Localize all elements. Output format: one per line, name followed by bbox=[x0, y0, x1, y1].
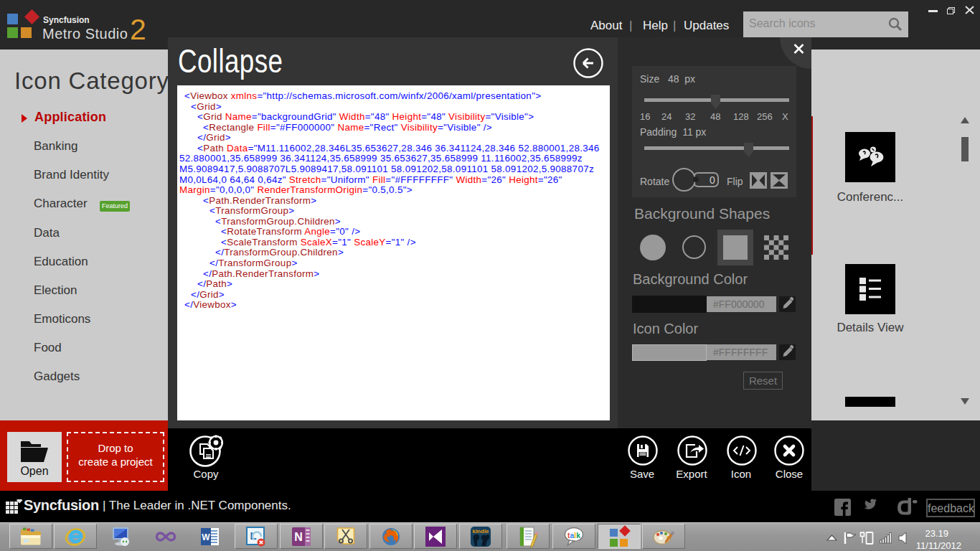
svg-text:kindle: kindle bbox=[472, 528, 489, 534]
svg-text:talk: talk bbox=[567, 531, 580, 540]
svg-text:W: W bbox=[202, 532, 210, 542]
svg-text:N: N bbox=[294, 531, 303, 543]
